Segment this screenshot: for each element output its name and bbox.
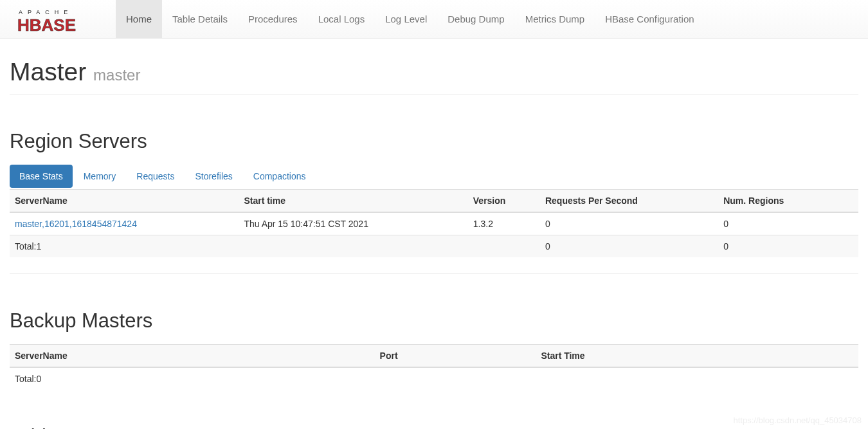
nav-link-hbase-configuration[interactable]: HBase Configuration — [595, 0, 704, 38]
total-rps-cell: 0 — [540, 235, 718, 258]
nav-link-local-logs[interactable]: Local Logs — [308, 0, 375, 38]
tab-base-stats[interactable]: Base Stats — [10, 165, 73, 188]
table-row: master,16201,1618454871424Thu Apr 15 10:… — [10, 212, 858, 235]
nav-link-metrics-dump[interactable]: Metrics Dump — [515, 0, 595, 38]
regions-cell: 0 — [718, 212, 858, 235]
brand-logo[interactable]: APACHE HBASE HBASE — [10, 0, 116, 38]
rps-cell: 0 — [540, 212, 718, 235]
region-servers-tabs: Base StatsMemoryRequestsStorefilesCompac… — [10, 165, 858, 188]
backup-masters-section: Backup Masters ServerNamePortStart Time … — [10, 309, 858, 390]
server-name-link: master,16201,1618454871424 — [10, 212, 239, 235]
table-header-row: ServerNamePortStart Time — [10, 345, 858, 368]
nav-link-procedures[interactable]: Procedures — [238, 0, 308, 38]
tab-storefiles[interactable]: Storefiles — [185, 165, 242, 188]
tab-memory[interactable]: Memory — [74, 165, 126, 188]
backup-masters-heading: Backup Masters — [10, 309, 858, 333]
table-total-row: Total:100 — [10, 235, 858, 258]
table-header-row: ServerNameStart timeVersionRequests Per … — [10, 190, 858, 213]
svg-text:HBASE: HBASE — [17, 15, 76, 32]
top-navbar: APACHE HBASE HBASE HomeTable DetailsProc… — [0, 0, 868, 39]
column-header: ServerName — [10, 345, 375, 368]
column-header: Version — [468, 190, 540, 213]
column-header: Port — [375, 345, 536, 368]
page-header: Master master — [10, 58, 858, 95]
table-total-row: Total:0 — [10, 367, 858, 390]
region-servers-heading: Region Servers — [10, 130, 858, 153]
page-subtitle: master — [93, 66, 140, 84]
nav-link-debug-dump[interactable]: Debug Dump — [437, 0, 514, 38]
page-title: Master — [10, 58, 86, 86]
hbase-logo-icon: APACHE HBASE HBASE — [10, 6, 106, 32]
svg-text:APACHE: APACHE — [19, 9, 73, 15]
server-link[interactable]: master,16201,1618454871424 — [15, 219, 137, 229]
nav-link-table-details[interactable]: Table Details — [162, 0, 238, 38]
total-regions-cell: 0 — [718, 235, 858, 258]
start-time-cell: Thu Apr 15 10:47:51 CST 2021 — [239, 212, 467, 235]
column-header: ServerName — [10, 190, 239, 213]
tab-compactions[interactable]: Compactions — [244, 165, 316, 188]
version-cell: 1.3.2 — [468, 212, 540, 235]
column-header: Start time — [239, 190, 467, 213]
tables-heading: Tables — [10, 425, 858, 429]
nav-link-log-level[interactable]: Log Level — [375, 0, 437, 38]
total-label-cell: Total:1 — [10, 235, 239, 258]
tables-section: Tables — [10, 425, 858, 429]
backup-masters-table: ServerNamePortStart Time Total:0 — [10, 344, 858, 390]
region-servers-section: Region Servers Base StatsMemoryRequestsS… — [10, 130, 858, 274]
tab-requests[interactable]: Requests — [127, 165, 184, 188]
column-header: Requests Per Second — [540, 190, 718, 213]
column-header: Start Time — [536, 345, 858, 368]
region-servers-table: ServerNameStart timeVersionRequests Per … — [10, 189, 858, 257]
nav-link-home[interactable]: Home — [116, 0, 162, 38]
column-header: Num. Regions — [718, 190, 858, 213]
total-label-cell: Total:0 — [10, 367, 375, 390]
